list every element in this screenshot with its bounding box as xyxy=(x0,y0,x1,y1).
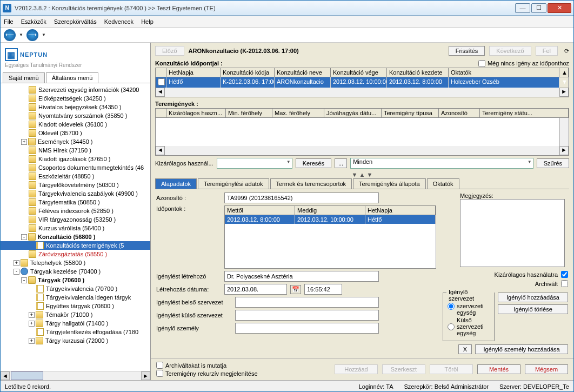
exclusive-combo[interactable] xyxy=(217,158,292,169)
tree-item[interactable]: Tárgyekvivalencia (70700 ) xyxy=(1,284,150,293)
nav-back-dropdown[interactable]: ▼ xyxy=(19,32,23,37)
recursive-checkbox[interactable]: Teremigény rekurzív megjelenítése xyxy=(156,370,258,377)
tree-item[interactable]: Eszközleltár (48850 ) xyxy=(1,172,150,181)
tree-item[interactable]: +Események (34450 ) xyxy=(1,137,150,146)
scroll-thumb[interactable] xyxy=(11,371,43,380)
up-button[interactable]: Fel xyxy=(536,46,558,56)
grid-consultation-times[interactable]: HetNapja Konzultáció kódja Konzultáció n… xyxy=(155,68,569,97)
tree-item[interactable]: NMS Hírek (37150 ) xyxy=(1,146,150,155)
tab-rooms[interactable]: Termek és teremcsoportok xyxy=(270,178,352,189)
radio-outer-org[interactable]: Külső szervezeti egység xyxy=(448,317,490,336)
tab-general-menu[interactable]: Általános menü xyxy=(46,72,99,83)
tree-item[interactable]: Záróvizsgáztatás (58550 ) xyxy=(1,250,150,258)
tree-item[interactable]: Együttes tárgyak (70800 ) xyxy=(1,302,150,310)
splitter[interactable]: ▼ ▲ ▼ xyxy=(151,171,573,178)
inner-org-field[interactable] xyxy=(235,297,379,308)
tree-item[interactable]: Kiadott igazolások (37650 ) xyxy=(1,155,150,163)
creator-field[interactable] xyxy=(224,271,379,282)
grid-room-requests[interactable]: Kizárólagos haszn... Min. férőhely Max. … xyxy=(155,108,569,156)
delete-button[interactable]: Töröl xyxy=(430,364,473,374)
delete-requester-button[interactable]: Igénylő törlése xyxy=(498,304,568,314)
grid1-vscroll-down[interactable]: ▼ xyxy=(559,77,569,88)
maximize-button[interactable]: ☐ xyxy=(531,3,546,13)
cancel-button[interactable]: Mégsem xyxy=(525,364,568,374)
pin-icon[interactable]: ⟳ xyxy=(564,48,569,55)
tree-item[interactable]: -Tárgyak (70600 ) xyxy=(1,276,150,284)
tab-basedata[interactable]: Alapadatok xyxy=(155,178,197,189)
scroll-right-icon[interactable]: ► xyxy=(141,371,150,380)
dots-button[interactable]: ... xyxy=(335,158,347,168)
archived-checkbox[interactable] xyxy=(561,280,568,287)
menu-favorites[interactable]: Kedvencek xyxy=(104,18,134,25)
grid1-hscroll[interactable]: ◄► xyxy=(156,88,569,97)
grid1-vscroll-up[interactable]: ▲ xyxy=(559,68,569,77)
menu-tools[interactable]: Eszközök xyxy=(21,18,46,25)
tree-item[interactable]: Tárgyekvivalencia szabályok (49900 ) xyxy=(1,189,150,198)
menu-rolechange[interactable]: Szerepkörváltás xyxy=(54,18,97,25)
tree-item[interactable]: -Konzultáció (56800 ) xyxy=(1,232,150,241)
tree-item[interactable]: Féléves indexsorok (52850 ) xyxy=(1,207,150,215)
tree-item[interactable]: Csoportos dokumentummegtekintés (46 xyxy=(1,163,150,172)
tree-item[interactable]: +Témakör (71000 ) xyxy=(1,310,150,319)
tree-item[interactable]: Tárgytematika (50850 ) xyxy=(1,198,150,207)
filter-button[interactable]: Szűrés xyxy=(537,158,569,168)
scroll-left-icon[interactable]: ◄ xyxy=(1,371,10,380)
tree-item[interactable]: Tárgyekvivalencia idegen tárgyk xyxy=(1,293,150,302)
navigation-tree[interactable]: Szervezeti egység információk (34200Elők… xyxy=(1,83,150,371)
search-button[interactable]: Keresés xyxy=(296,158,331,168)
add-button[interactable]: Hozzáad xyxy=(335,364,378,374)
menu-file[interactable]: File xyxy=(4,18,14,25)
prev-button[interactable]: Előző xyxy=(155,46,184,56)
table-row[interactable]: Hétfő K-2012.03.06. 17:00 ARONkonzultaci… xyxy=(156,77,569,88)
note-textarea[interactable] xyxy=(460,199,565,267)
tree-hscrollbar[interactable]: ◄ ► xyxy=(1,371,150,380)
tree-item[interactable]: +Tárgy kurzusai (72000 ) xyxy=(1,336,150,345)
show-archived-checkbox[interactable]: Archiváltakat is mutatja xyxy=(156,362,258,369)
tree-item[interactable]: Előképzettségek (34250 ) xyxy=(1,94,150,103)
no-need-checkbox[interactable]: Még nincs igény az időponthoz xyxy=(478,60,569,67)
nav-back-button[interactable]: ⟵ xyxy=(4,29,16,41)
tree-item[interactable]: Szervezeti egység információk (34200 xyxy=(1,85,150,94)
add-requester-button[interactable]: Igénylő hozzáadása xyxy=(498,293,568,302)
all-combo[interactable]: Minden xyxy=(350,158,533,169)
tree-item[interactable]: Konzultációs teremigények (5 xyxy=(1,241,150,250)
nav-forward-button[interactable]: ⟶ xyxy=(26,29,38,41)
date-field[interactable] xyxy=(224,284,287,295)
minimize-button[interactable]: — xyxy=(515,3,530,13)
tree-item[interactable]: Tárgyjelentkezés elfogadása (7180 xyxy=(1,328,150,336)
tab-status[interactable]: Teremigénylés állapota xyxy=(353,178,426,189)
outer-org-field[interactable] xyxy=(235,310,379,321)
person-field[interactable] xyxy=(235,323,379,334)
grid2-hscroll[interactable]: ◄► xyxy=(156,146,569,155)
tree-item[interactable]: +Tárgy hallgatói (71400 ) xyxy=(1,319,150,328)
time-field[interactable] xyxy=(304,284,342,295)
table-row[interactable]: 2012.03.12. 8:00:00 2012.03.12. 10:00:00… xyxy=(225,215,436,224)
tab-own-menu[interactable]: Saját menü xyxy=(3,72,45,83)
menu-help[interactable]: Help xyxy=(141,18,153,25)
tab-teachers[interactable]: Oktatók xyxy=(427,178,459,189)
x-button[interactable]: X xyxy=(458,344,472,354)
tree-item[interactable]: -Tárgyak kezelése (70400 ) xyxy=(1,267,150,276)
tab-request-data[interactable]: Teremigénylési adatok xyxy=(198,178,269,189)
datepicker-icon[interactable]: 📅 xyxy=(290,285,301,294)
grid2-vscroll[interactable] xyxy=(559,118,569,146)
add-person-button[interactable]: Igénylő személy hozzáadása xyxy=(475,344,568,354)
edit-button[interactable]: Szerkeszt xyxy=(382,364,425,374)
next-button[interactable]: Következő xyxy=(489,46,531,56)
tree-item[interactable]: VIR tárgyazonosság (53250 ) xyxy=(1,215,150,224)
save-button[interactable]: Mentés xyxy=(477,364,520,374)
tree-item[interactable]: Tárgyelőkövetelmény (50300 ) xyxy=(1,181,150,189)
tree-item[interactable]: Kurzus várólista (56400 ) xyxy=(1,224,150,232)
row-checkbox[interactable] xyxy=(158,78,165,85)
nav-forward-dropdown[interactable]: ▼ xyxy=(42,32,46,37)
tree-item[interactable]: Oklevél (35700 ) xyxy=(1,129,150,137)
tree-item[interactable]: +Telephelyek (55800 ) xyxy=(1,258,150,267)
refresh-button[interactable]: Frissítés xyxy=(449,46,485,56)
tree-item[interactable]: Nyomtatvány sorszámok (35850 ) xyxy=(1,111,150,120)
tree-item[interactable]: Hivatalos bejegyzések (34350 ) xyxy=(1,103,150,111)
tree-item[interactable]: Kiadott oklevelek (36100 ) xyxy=(1,120,150,129)
id-field[interactable] xyxy=(224,192,379,203)
close-button[interactable]: ✕ xyxy=(548,3,571,13)
times-grid[interactable]: Mettől Meddig HetNapja 2012.03.12. 8:00:… xyxy=(224,205,436,269)
exclusive-checkbox[interactable] xyxy=(561,271,568,278)
